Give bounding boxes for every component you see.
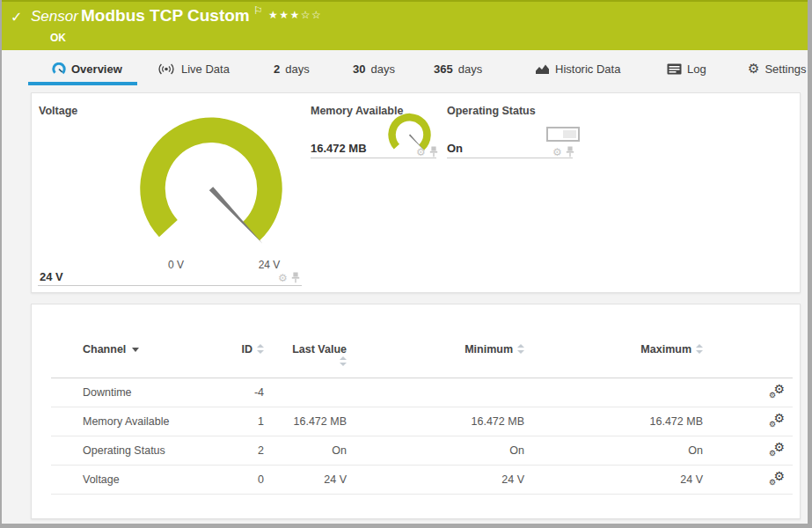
cell-maximum: 16.472 MB [524, 415, 703, 428]
cell-minimum: 24 V [347, 473, 524, 486]
column-header-maximum[interactable]: Maximum [524, 343, 703, 356]
cell-id: 0 [215, 473, 264, 486]
sort-desc-caret-icon [132, 348, 139, 352]
column-header-minimum-label: Minimum [465, 343, 513, 356]
active-tab-underline [28, 82, 137, 85]
table-row-memory-available: Memory Available 1 16.472 MB 16.472 MB 1… [51, 407, 793, 436]
status-toggle-graphic [546, 127, 580, 142]
tab-365-days[interactable]: 365 days [434, 60, 482, 77]
pin-icon[interactable] [291, 272, 300, 283]
live-broadcast-icon [157, 62, 176, 76]
cell-maximum: On [524, 444, 703, 457]
gauge-scale-min: 0 V [157, 259, 195, 271]
table-row-operating-status: Operating Status 2 On On On ⚙⚙ [51, 436, 793, 466]
tile-divider [447, 158, 573, 158]
cell-id: -4 [215, 386, 264, 399]
status-ok-check-icon: ✓ [11, 9, 22, 26]
tab-live-data[interactable]: Live Data [157, 60, 230, 77]
tile-title: Operating Status [447, 105, 536, 117]
cell-minimum: 16.472 MB [347, 415, 524, 428]
gauge-icon [52, 62, 66, 76]
column-header-maximum-label: Maximum [640, 343, 691, 356]
log-list-icon [667, 63, 682, 75]
big-gear-icon: ⚙ [773, 412, 785, 424]
column-header-channel-label: Channel [83, 343, 126, 356]
column-header-last-value[interactable]: Last Value [264, 343, 347, 368]
column-header-id[interactable]: ID [215, 343, 264, 356]
cell-maximum: 24 V [524, 473, 703, 486]
tab-30-days[interactable]: 30 days [353, 60, 395, 77]
big-gear-icon: ⚙ [773, 470, 785, 482]
table-header-row: Channel ID Last Value Minimum Maximum [51, 340, 793, 378]
gauge-tile-memory[interactable]: Memory Available 16.472 MB ⚙ [311, 93, 451, 172]
cell-minimum: On [347, 444, 524, 457]
tab-2-days-number: 2 [274, 62, 280, 76]
big-gear-icon: ⚙ [773, 383, 785, 395]
tab-2-days[interactable]: 2 days [274, 60, 310, 77]
flag-icon[interactable]: ⚐ [253, 4, 263, 17]
channel-value: 16.472 MB [311, 142, 367, 155]
stars-filled[interactable]: ★★★ [268, 9, 301, 21]
tab-overview-label: Overview [71, 62, 122, 76]
tab-365-days-number: 365 [434, 62, 453, 76]
tile-gear-icon[interactable]: ⚙ [416, 147, 426, 158]
cell-channel: Voltage [51, 473, 215, 486]
gauge-tile-operating-status[interactable]: Operating Status On ⚙ [447, 93, 588, 172]
tab-30-days-number: 30 [353, 62, 365, 76]
page-title: Modbus TCP Custom [81, 6, 250, 26]
pin-icon[interactable] [429, 146, 438, 158]
sort-icon[interactable] [696, 344, 703, 354]
tab-historic-data[interactable]: Historic Data [535, 60, 620, 77]
tile-divider [38, 285, 302, 286]
channel-settings-icon[interactable]: ⚙⚙ [769, 443, 785, 457]
cell-channel: Operating Status [51, 444, 215, 457]
channel-settings-icon[interactable]: ⚙⚙ [769, 385, 785, 399]
priority-stars[interactable]: ★★★☆☆ [268, 9, 322, 21]
tab-log-label: Log [687, 62, 706, 76]
column-header-channel[interactable]: Channel [51, 343, 215, 356]
overview-gauges-panel: Voltage 0 V 24 V 24 V ⚙ Memory Available [31, 92, 801, 293]
channel-settings-icon[interactable]: ⚙⚙ [769, 472, 785, 486]
big-gear-icon: ⚙ [773, 441, 785, 453]
tab-30-days-label: days [370, 62, 394, 76]
tab-overview[interactable]: Overview [52, 60, 122, 77]
status-badge: OK [50, 32, 66, 44]
tile-divider [311, 158, 436, 158]
pin-icon[interactable] [566, 146, 574, 158]
toggle-knob [563, 130, 576, 138]
cell-channel: Memory Available [51, 415, 215, 428]
sort-icon[interactable] [340, 356, 347, 366]
prtg-sensor-window: ✓ Sensor Modbus TCP Custom ⚐ ★★★☆☆ OK Ov… [0, 0, 812, 528]
tab-settings-label: Settings [764, 62, 806, 76]
sort-icon[interactable] [257, 344, 264, 354]
tab-settings[interactable]: ⚙ Settings [748, 60, 806, 77]
channel-settings-icon[interactable]: ⚙⚙ [769, 414, 785, 428]
tab-historic-data-label: Historic Data [555, 62, 620, 76]
cell-id: 2 [215, 444, 264, 457]
cell-id: 1 [215, 415, 264, 428]
sensor-status-header: ✓ Sensor Modbus TCP Custom ⚐ ★★★☆☆ OK [2, 0, 808, 50]
channel-value: On [447, 142, 463, 155]
channel-table: Channel ID Last Value Minimum Maximum Do… [51, 340, 793, 495]
stars-empty[interactable]: ☆☆ [301, 9, 323, 21]
gear-icon: ⚙ [748, 62, 759, 76]
table-row-voltage: Voltage 0 24 V 24 V 24 V ⚙⚙ [51, 466, 793, 495]
tab-365-days-label: days [458, 62, 482, 76]
voltage-gauge [128, 109, 295, 276]
gauge-tile-voltage[interactable]: Voltage 0 V 24 V 24 V ⚙ [32, 93, 331, 294]
channel-table-panel: Channel ID Last Value Minimum Maximum Do… [31, 304, 801, 519]
tile-gear-icon[interactable]: ⚙ [278, 273, 288, 283]
cell-last-value: 16.472 MB [264, 415, 347, 428]
tab-2-days-label: days [285, 62, 309, 76]
cell-last-value: On [264, 444, 347, 457]
cell-last-value: 24 V [264, 473, 347, 486]
object-kind-label: Sensor [31, 8, 78, 26]
column-header-last-value-label: Last Value [292, 343, 347, 356]
sort-icon[interactable] [517, 344, 524, 354]
column-header-minimum[interactable]: Minimum [347, 343, 524, 356]
tile-gear-icon[interactable]: ⚙ [552, 147, 562, 158]
tab-bar: Overview Live Data 2 days 30 days 365 da… [2, 50, 808, 88]
tab-log[interactable]: Log [667, 60, 706, 77]
tile-title: Voltage [39, 105, 77, 117]
table-row-downtime: Downtime -4 ⚙⚙ [51, 378, 793, 407]
